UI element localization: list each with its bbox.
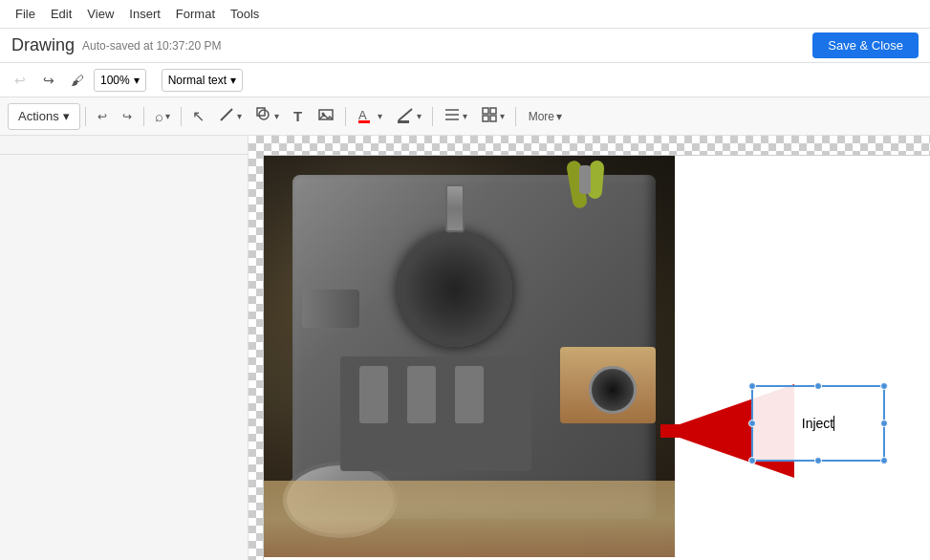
resize-handle-bottom-center[interactable] — [814, 457, 822, 464]
zoom-draw-arrow: ▾ — [165, 111, 170, 121]
table-bg — [264, 481, 675, 557]
select-tool-icon: ↖ — [192, 107, 205, 125]
align-icon — [443, 106, 461, 126]
actions-button[interactable]: Actions ▾ — [8, 103, 80, 130]
fill-color-arrow: ▾ — [378, 111, 382, 121]
paint-format-icon: 🖌 — [71, 73, 84, 88]
shape-tool-icon — [255, 106, 272, 126]
border-color-button[interactable]: ▾ — [390, 103, 427, 130]
document-title: Drawing — [11, 35, 75, 55]
zoom-value: 100% — [100, 74, 130, 87]
resize-handle-mid-right[interactable] — [880, 420, 888, 427]
toolbar-sep-4 — [345, 107, 346, 126]
ruler-top — [0, 136, 248, 155]
left-sidebar — [0, 136, 249, 560]
menu-insert[interactable]: Insert — [121, 3, 168, 25]
svg-rect-14 — [483, 116, 488, 121]
toolbar-sep-6 — [515, 107, 516, 126]
undo-draw-icon: ↩ — [97, 110, 107, 123]
border-color-arrow: ▾ — [417, 111, 422, 121]
redo-icon: ↪ — [43, 73, 54, 88]
arrange-button[interactable]: ▾ — [475, 103, 510, 130]
redo-button[interactable]: ↪ — [36, 68, 61, 93]
save-close-button[interactable]: Save & Close — [812, 32, 919, 58]
left-component — [302, 290, 359, 328]
autosave-status: Auto-saved at 10:37:20 PM — [82, 39, 221, 53]
arrange-arrow: ▾ — [500, 111, 505, 121]
text-tool-icon: T — [293, 108, 302, 124]
main-content: Inject — [0, 136, 930, 560]
svg-rect-12 — [483, 108, 488, 114]
image-tool-icon — [317, 106, 335, 126]
undo-draw-button[interactable]: ↩ — [91, 103, 114, 130]
menu-format[interactable]: Format — [168, 3, 223, 25]
actions-dropdown-arrow: ▾ — [63, 109, 70, 123]
secondary-toolbar: ↩ ↪ 🖌 100% ▾ Normal text ▾ — [0, 63, 930, 97]
svg-text:A: A — [358, 108, 367, 122]
resize-handle-bottom-left[interactable] — [748, 457, 756, 464]
more-arrow: ▾ — [556, 110, 562, 123]
resize-handle-top-right[interactable] — [880, 382, 888, 390]
align-arrow: ▾ — [463, 111, 467, 121]
image-tool-button[interactable] — [312, 103, 340, 130]
paint-format-button[interactable]: 🖌 — [65, 68, 90, 93]
resize-handle-mid-left[interactable] — [748, 420, 756, 427]
toolbar-sep-5 — [432, 107, 433, 126]
zoom-draw-icon: ⌕ — [155, 108, 163, 124]
arrange-icon — [481, 106, 498, 126]
canvas-area[interactable]: Inject — [249, 136, 930, 560]
undo-button[interactable]: ↩ — [8, 68, 32, 93]
select-tool-button[interactable]: ↖ — [186, 103, 210, 130]
style-selector[interactable]: Normal text ▾ — [162, 69, 243, 92]
more-label: More — [529, 110, 554, 123]
dark-hole — [589, 366, 637, 414]
style-dropdown-arrow: ▾ — [230, 74, 236, 87]
fill-color-icon: A — [357, 106, 376, 126]
shape-tool-arrow: ▾ — [274, 111, 279, 121]
engine-image — [264, 156, 675, 557]
style-value: Normal text — [168, 74, 227, 87]
zoom-selector[interactable]: 100% ▾ — [94, 69, 146, 92]
shape-tool-button[interactable]: ▾ — [249, 103, 285, 130]
svg-point-1 — [259, 110, 269, 119]
resize-handle-top-center[interactable] — [814, 382, 822, 390]
top-injector — [445, 184, 465, 232]
text-tool-button[interactable]: T — [287, 103, 310, 130]
svg-rect-8 — [398, 120, 409, 123]
align-button[interactable]: ▾ — [438, 103, 473, 130]
svg-rect-6 — [358, 120, 370, 123]
fill-color-button[interactable]: A ▾ — [351, 103, 388, 130]
line-tool-button[interactable]: ▾ — [212, 103, 248, 130]
resize-handle-top-left[interactable] — [748, 382, 756, 390]
menu-tools[interactable]: Tools — [223, 3, 267, 25]
wires — [570, 161, 646, 218]
line-tool-arrow: ▾ — [237, 111, 242, 121]
more-button[interactable]: More ▾ — [521, 106, 570, 127]
right-component — [560, 347, 656, 423]
svg-rect-2 — [257, 108, 265, 116]
actions-label: Actions — [18, 109, 59, 123]
text-cursor — [833, 416, 834, 431]
menu-file[interactable]: File — [8, 3, 43, 25]
menu-edit[interactable]: Edit — [43, 3, 79, 25]
svg-rect-15 — [490, 116, 496, 121]
zoom-dropdown-arrow: ▾ — [134, 74, 140, 87]
text-box-content[interactable]: Inject — [802, 416, 833, 431]
zoom-draw-button[interactable]: ⌕ ▾ — [149, 103, 176, 130]
title-bar: Drawing Auto-saved at 10:37:20 PM Save &… — [0, 29, 930, 63]
drawing-toolbar: Actions ▾ ↩ ↪ ⌕ ▾ ↖ ▾ ▾ T A — [0, 97, 930, 136]
menu-view[interactable]: View — [79, 3, 121, 25]
menu-bar: File Edit View Insert Format Tools — [0, 0, 930, 29]
toolbar-sep-3 — [181, 107, 182, 126]
toolbar-sep-2 — [143, 107, 144, 126]
line-tool-icon — [218, 106, 235, 126]
valves-area — [340, 356, 531, 471]
undo-icon: ↩ — [14, 73, 26, 88]
redo-draw-button[interactable]: ↪ — [116, 103, 139, 130]
engine-center — [398, 232, 512, 347]
drawing-canvas[interactable]: Inject — [263, 155, 930, 560]
svg-rect-13 — [490, 108, 496, 114]
text-box[interactable]: Inject — [751, 385, 885, 462]
resize-handle-bottom-right[interactable] — [880, 457, 888, 464]
redo-draw-icon: ↪ — [122, 110, 132, 123]
